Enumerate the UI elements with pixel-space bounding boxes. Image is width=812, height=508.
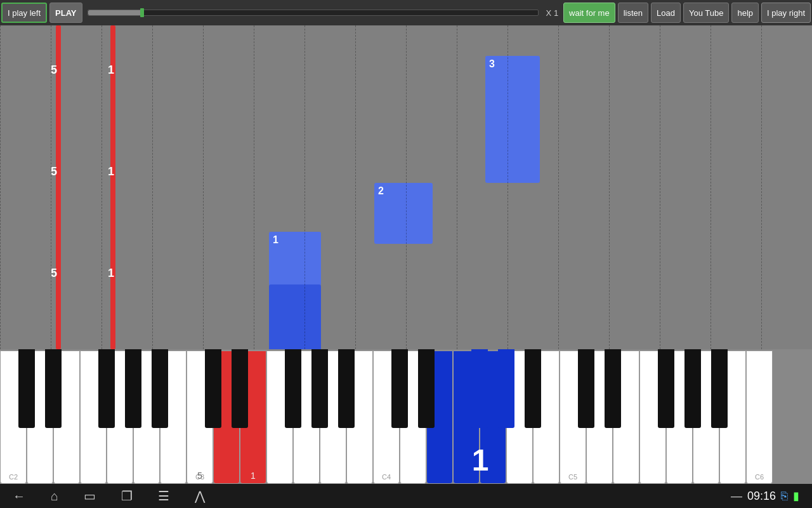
grid-line — [406, 25, 407, 349]
speed-label: X 1 — [546, 8, 559, 18]
load-button[interactable]: Load — [651, 3, 681, 23]
grid-line — [558, 25, 559, 349]
grid-line — [660, 25, 660, 349]
help-button[interactable]: help — [731, 3, 759, 23]
black-key-G#2[interactable] — [125, 349, 141, 428]
wait-for-me-button[interactable]: wait for me — [563, 3, 615, 23]
grid-line — [304, 25, 305, 349]
i-play-right-button[interactable]: I play right — [761, 3, 811, 23]
black-key-G#4[interactable] — [498, 349, 514, 428]
status-area: — 09:16 ⎘ ▮ — [731, 489, 799, 503]
note-label-2: 2 — [378, 185, 384, 197]
grid-line — [51, 25, 51, 349]
bottom-navigation-bar: ← ⌂ ▭ ❐ ☰ ⋀ — 09:16 ⎘ ▮ — [0, 484, 812, 508]
black-key-A#5[interactable] — [711, 349, 728, 428]
black-key-D#4[interactable] — [418, 349, 435, 428]
black-key-C#2[interactable] — [18, 349, 35, 428]
note-label-3: 3 — [489, 58, 495, 70]
grid-line — [761, 25, 762, 349]
menu-icon[interactable]: ☰ — [158, 488, 169, 504]
black-key-D#5[interactable] — [605, 349, 621, 428]
note-block-1: 1 — [269, 232, 321, 286]
black-key-F#5[interactable] — [658, 349, 674, 428]
top-toolbar: I play left PLAY X 1 wait for me listen … — [0, 0, 812, 25]
black-key-F#4[interactable] — [471, 349, 488, 428]
black-key-F#2[interactable] — [98, 349, 115, 428]
listen-button[interactable]: listen — [618, 3, 648, 23]
black-key-F#3[interactable] — [285, 349, 301, 428]
note-label-1: 1 — [273, 234, 278, 246]
black-key-G#5[interactable] — [684, 349, 701, 428]
black-key-A#4[interactable] — [525, 349, 541, 428]
wifi-icon: ⎘ — [781, 490, 788, 503]
back-icon[interactable]: ← — [13, 489, 25, 504]
piano-roll: // Will be generated dynamically below 5… — [0, 25, 812, 349]
home-icon[interactable]: ⌂ — [51, 489, 58, 504]
finger-1-mid-right: 1 — [108, 165, 114, 178]
grid-line — [203, 25, 204, 349]
grid-line — [457, 25, 457, 349]
active-finger-label: 1 — [439, 443, 521, 478]
finger-1-top-right: 1 — [108, 64, 114, 77]
piano-keyboard: C2C351C4C5C6 C5 1 — [0, 349, 812, 484]
key-label-C6: C6 — [747, 473, 772, 481]
black-key-D#3[interactable] — [232, 349, 248, 428]
play-button[interactable]: PLAY — [49, 3, 82, 23]
note-block-3: 3 — [485, 56, 540, 183]
progress-bar-fill — [88, 10, 142, 15]
black-key-C#5[interactable] — [578, 349, 594, 428]
recent-apps-icon[interactable]: ▭ — [84, 488, 96, 504]
battery-icon: ▮ — [793, 489, 799, 503]
grid-line — [609, 25, 610, 349]
note-block-1b — [269, 284, 321, 349]
split-screen-icon[interactable]: ❐ — [121, 488, 133, 504]
progress-thumb — [140, 8, 144, 17]
black-key-C#4[interactable] — [391, 349, 408, 428]
youtube-button[interactable]: You Tube — [683, 3, 729, 23]
grid-line — [152, 25, 153, 349]
finger-5-bot-left: 5 — [51, 267, 57, 280]
i-play-left-button[interactable]: I play left — [1, 3, 47, 23]
key-label-C5: C5 — [560, 473, 586, 481]
progress-bar-container[interactable] — [88, 10, 539, 16]
black-key-D#2[interactable] — [45, 349, 62, 428]
nav-icons-group: ← ⌂ ▭ ❐ ☰ ⋀ — [13, 488, 205, 504]
finger-5-mid-left: 5 — [51, 165, 57, 178]
grid-line — [254, 25, 254, 349]
finger-1-bot-right: 1 — [108, 267, 114, 280]
black-key-A#2[interactable] — [152, 349, 168, 428]
black-key-A#3[interactable] — [338, 349, 355, 428]
time-display: 09:16 — [747, 490, 776, 503]
note-block-2: 2 — [374, 183, 433, 244]
grid-line — [508, 25, 508, 349]
key-label-C2: C2 — [1, 473, 26, 481]
key-label-C4: C4 — [374, 473, 399, 481]
grid-line — [0, 25, 1, 349]
piano-keys-container: C2C351C4C5C6 — [0, 349, 812, 484]
minus-icon: — — [731, 490, 742, 503]
black-key-C#3[interactable] — [205, 349, 221, 428]
white-key-C6[interactable]: C6 — [746, 351, 773, 484]
grid-line — [102, 25, 102, 349]
grid-line — [355, 25, 356, 349]
black-key-G#3[interactable] — [311, 349, 328, 428]
up-icon[interactable]: ⋀ — [195, 488, 205, 504]
finger-5-top-left: 5 — [51, 64, 57, 77]
grid-line — [710, 25, 711, 349]
